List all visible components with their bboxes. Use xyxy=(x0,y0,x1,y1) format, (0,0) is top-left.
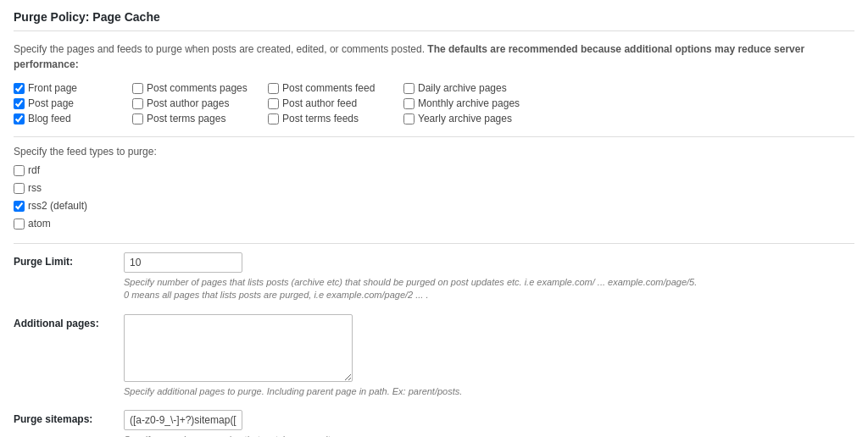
checkbox-front-page-input[interactable] xyxy=(14,83,25,94)
checkbox-post-author-feed[interactable]: Post author feed xyxy=(268,96,403,111)
checkbox-feed-atom-input[interactable] xyxy=(14,218,25,230)
checkbox-front-page[interactable]: Front page xyxy=(14,80,132,96)
checkbox-post-comments-pages-input[interactable] xyxy=(132,83,143,94)
additional-pages-label: Additional pages: xyxy=(14,314,124,329)
checkbox-post-author-pages-input[interactable] xyxy=(132,98,143,109)
checkbox-post-comments-feed-input[interactable] xyxy=(268,83,279,94)
checkbox-grid: Front page Post page Blog feed Post comm… xyxy=(14,80,854,126)
checkbox-monthly-archive-input[interactable] xyxy=(403,98,415,109)
checkbox-post-comments-pages[interactable]: Post comments pages xyxy=(132,80,268,96)
checkbox-blog-feed-input[interactable] xyxy=(14,113,25,124)
checkbox-post-page[interactable]: Post page xyxy=(14,96,132,111)
feed-section-label: Specify the feed types to purge: xyxy=(14,146,854,158)
checkbox-feed-rss2-input[interactable] xyxy=(14,201,25,212)
col4: Daily archive pages Monthly archive page… xyxy=(403,80,573,126)
checkbox-post-comments-feed[interactable]: Post comments feed xyxy=(268,80,403,96)
purge-limit-label: Purge Limit: xyxy=(14,252,124,268)
feed-checkboxes: rdf rss rss2 (default) atom xyxy=(14,163,854,231)
checkbox-post-terms-feeds-input[interactable] xyxy=(268,113,279,124)
checkbox-yearly-archive[interactable]: Yearly archive pages xyxy=(403,111,573,126)
checkbox-feed-rss2[interactable]: rss2 (default) xyxy=(14,198,854,213)
purge-limit-hint1: Specify number of pages that lists posts… xyxy=(124,276,854,289)
checkbox-post-page-input[interactable] xyxy=(14,98,25,109)
checkbox-feed-atom[interactable]: atom xyxy=(14,216,854,231)
page-title: Purge Policy: Page Cache xyxy=(14,10,854,31)
purge-sitemaps-hint: Specify a regular expression that matche… xyxy=(124,434,854,437)
checkbox-daily-archive[interactable]: Daily archive pages xyxy=(403,80,573,96)
purge-limit-row: Purge Limit: Specify number of pages tha… xyxy=(14,252,854,302)
additional-pages-row: Additional pages: Specify additional pag… xyxy=(14,314,854,398)
additional-pages-textarea[interactable] xyxy=(124,314,353,382)
checkbox-feed-rss-input[interactable] xyxy=(14,183,25,194)
purge-sitemaps-row: Purge sitemaps: Specify a regular expres… xyxy=(14,410,854,437)
checkbox-feed-rdf-input[interactable] xyxy=(14,165,25,176)
purge-limit-hint2: 0 means all pages that lists posts are p… xyxy=(124,289,854,301)
purge-sitemaps-label: Purge sitemaps: xyxy=(14,410,124,425)
checkbox-post-author-feed-input[interactable] xyxy=(268,98,279,109)
section-description: Specify the pages and feeds to purge whe… xyxy=(14,41,854,72)
purge-limit-content: Specify number of pages that lists posts… xyxy=(124,252,854,302)
purge-sitemaps-content: Specify a regular expression that matche… xyxy=(124,410,854,437)
checkbox-post-terms-pages-input[interactable] xyxy=(132,113,143,124)
purge-sitemaps-input[interactable] xyxy=(124,410,242,430)
checkbox-feed-rdf[interactable]: rdf xyxy=(14,163,854,178)
divider-2 xyxy=(14,243,854,244)
col1: Front page Post page Blog feed xyxy=(14,80,132,126)
checkbox-monthly-archive[interactable]: Monthly archive pages xyxy=(403,96,573,111)
additional-pages-hint: Specify additional pages to purge. Inclu… xyxy=(124,385,854,398)
checkbox-post-terms-pages[interactable]: Post terms pages xyxy=(132,111,268,126)
col3: Post comments feed Post author feed Post… xyxy=(268,80,403,126)
additional-pages-content: Specify additional pages to purge. Inclu… xyxy=(124,314,854,398)
checkbox-yearly-archive-input[interactable] xyxy=(403,113,415,124)
checkbox-feed-rss[interactable]: rss xyxy=(14,180,854,196)
col2: Post comments pages Post author pages Po… xyxy=(132,80,268,126)
checkbox-post-author-pages[interactable]: Post author pages xyxy=(132,96,268,111)
checkbox-daily-archive-input[interactable] xyxy=(403,83,415,94)
checkbox-blog-feed[interactable]: Blog feed xyxy=(14,111,132,126)
purge-limit-input[interactable] xyxy=(124,252,242,273)
divider-1 xyxy=(14,136,854,137)
checkbox-post-terms-feeds[interactable]: Post terms feeds xyxy=(268,111,403,126)
page-wrap: Purge Policy: Page Cache Specify the pag… xyxy=(0,0,868,437)
